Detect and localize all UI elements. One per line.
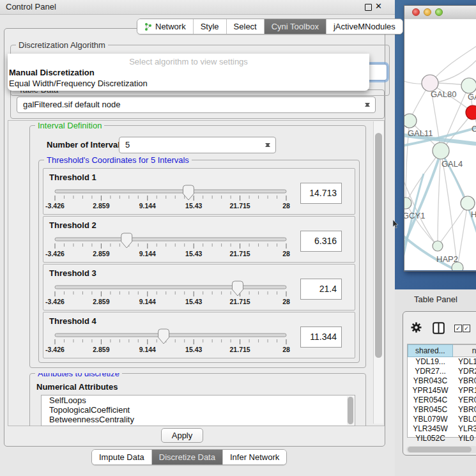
node-table[interactable]: shared...naYDL19...YDL1YDR27...YDR2YBR04… (407, 344, 476, 438)
cell-shared-name: YDR27... (408, 367, 453, 376)
numerical-attributes-list[interactable]: SelfLoopsTopologicalCoefficientBetweenne… (41, 395, 355, 426)
cell-shared-name: YBR043C (408, 376, 453, 386)
slider-thumb[interactable] (232, 281, 243, 296)
float-icon[interactable] (365, 4, 372, 11)
network-node-h-node[interactable] (461, 196, 475, 210)
checkbox-icon[interactable]: ✓ (454, 325, 462, 332)
list-scrollbar-thumb[interactable] (348, 397, 353, 424)
threshold-value-field[interactable]: 21.4 (300, 279, 342, 300)
vertical-scrollbar[interactable] (373, 121, 383, 424)
network-node-gcy1[interactable] (404, 197, 411, 209)
network-canvas[interactable]: GAL80GACGAL11GAL4GCY1HHAP2 (404, 19, 476, 270)
threshold-slider[interactable]: -3.4262.8599.14415.4321.71528 (50, 329, 295, 356)
table-row[interactable]: YDR27...YDR2 (408, 367, 476, 376)
table-row[interactable]: YBR045CYBR0 (408, 405, 476, 415)
network-edge[interactable] (457, 203, 468, 268)
number-of-intervals-combobox[interactable]: 5 (119, 137, 276, 153)
network-edge[interactable] (430, 46, 476, 83)
dropdown-item-manual-discretization[interactable]: Manual Discretization (9, 68, 95, 77)
network-node-red-node[interactable] (466, 105, 476, 119)
threshold-value-field[interactable]: 14.713 (300, 183, 342, 204)
app-root: Control Panel ✕ NetworkStyleSelectCyni T… (0, 0, 476, 476)
threshold-label: Threshold 3 (49, 268, 96, 278)
slider-track[interactable] (55, 190, 286, 193)
gear-icon[interactable] (411, 322, 422, 333)
tab-select[interactable]: Select (227, 19, 265, 34)
network-window-titlebar (404, 6, 476, 20)
tab-label: Infer Network (230, 452, 279, 462)
tab-discretize-data[interactable]: Discretize Data (152, 450, 223, 464)
column-header-name[interactable]: na (453, 344, 476, 357)
slider-track[interactable] (55, 238, 286, 241)
traffic-close-icon[interactable] (412, 8, 420, 16)
cell-shared-name: YIL052C (408, 434, 453, 443)
table-data-combobox[interactable]: galFiltered.sif default node (17, 96, 376, 113)
horizontal-scrollbar-thumb[interactable] (408, 447, 472, 452)
attribute-item-selfloops[interactable]: SelfLoops (42, 395, 355, 405)
threshold-slider[interactable]: -3.4262.8599.14415.4321.71528 (50, 281, 295, 308)
threshold-slider[interactable]: -3.4262.8599.14415.4321.71528 (50, 185, 295, 212)
svg-text:2.859: 2.859 (93, 298, 109, 305)
node-label: GCY1 (404, 211, 425, 220)
cell-shared-name: YBR045C (408, 405, 453, 415)
network-node-gal4[interactable] (433, 142, 449, 159)
tab-network[interactable]: Network (137, 19, 194, 34)
table-panel-title: Table Panel (414, 295, 457, 304)
horizontal-scrollbar[interactable] (406, 446, 476, 453)
dropdown-item-equal-width-frequency[interactable]: Equal Width/Frequency Discretization (9, 79, 148, 88)
updown-arrows-icon (364, 100, 370, 109)
vertical-scrollbar-thumb[interactable] (375, 133, 382, 358)
table-row[interactable]: YDL19...YDL1 (408, 357, 476, 367)
tab-jactivemnodules[interactable]: jActiveMNodules (326, 19, 403, 34)
network-edge[interactable] (438, 151, 441, 246)
list-scrollbar[interactable] (347, 396, 354, 425)
traffic-zoom-icon[interactable] (435, 8, 443, 16)
network-node-top-right[interactable] (461, 78, 476, 93)
attribute-item-topologicalcoefficient[interactable]: TopologicalCoefficient (42, 405, 355, 415)
apply-button[interactable]: Apply (161, 428, 203, 443)
cell-name: YIL0 (453, 434, 476, 443)
traffic-minimize-icon[interactable] (424, 8, 431, 16)
tab-label: Style (201, 22, 219, 31)
cell-name: YER0 (453, 395, 476, 405)
table-row[interactable]: YPR145WYPR1 (408, 386, 476, 395)
tab-label: Impute Data (99, 452, 144, 462)
slider-track[interactable] (55, 286, 286, 289)
table-toolbar: ✓ ✓ (403, 312, 476, 342)
network-edge[interactable] (438, 203, 468, 246)
table-row[interactable]: YIL052CYIL0 (408, 434, 476, 443)
panel-title: Control Panel (6, 2, 56, 12)
svg-text:15.43: 15.43 (185, 250, 202, 257)
svg-text:9.144: 9.144 (139, 250, 156, 257)
table-row[interactable]: YLR345WYLR3 (408, 424, 476, 434)
threshold-panel-3: Threshold 3-3.4262.8599.14415.4321.71528… (43, 264, 355, 311)
threshold-value-field[interactable]: 11.344 (300, 326, 342, 348)
node-label: H (471, 210, 476, 219)
updown-arrows-icon (265, 141, 270, 150)
column-header-shared-name[interactable]: shared... (408, 344, 453, 357)
slider-thumb[interactable] (158, 329, 169, 344)
threshold-slider[interactable]: -3.4262.8599.14415.4321.71528 (50, 233, 295, 260)
slider-ticks: -3.4262.8599.14415.4321.71528 (45, 243, 290, 257)
threshold-value-field[interactable]: 6.316 (300, 231, 342, 252)
svg-text:-3.426: -3.426 (45, 298, 65, 305)
desktop-background: GAL80GACGAL11GAL4GCY1HHAP2 (395, 0, 476, 289)
network-node-gal11[interactable] (404, 114, 417, 128)
cell-name: YBR0 (453, 376, 476, 386)
network-node-hap2[interactable] (433, 241, 443, 251)
table-row[interactable]: YBR043CYBR0 (408, 376, 476, 386)
attribute-item-betweennesscentrality[interactable]: BetweennessCentrality (42, 415, 355, 424)
table-row[interactable]: YBL079WYBL0 (408, 415, 476, 424)
tab-style[interactable]: Style (194, 19, 227, 34)
columns-icon[interactable] (433, 322, 445, 334)
slider-thumb[interactable] (121, 233, 132, 248)
slider-track[interactable] (55, 334, 286, 337)
tab-infer-network[interactable]: Infer Network (223, 450, 286, 464)
tab-cyni-toolbox[interactable]: Cyni Toolbox (265, 19, 326, 34)
checkbox-icon[interactable]: ✓ (463, 325, 470, 332)
node-label: GAL80 (431, 89, 456, 99)
cell-shared-name: YBL079W (408, 415, 453, 424)
tab-impute-data[interactable]: Impute Data (92, 450, 152, 464)
table-row[interactable]: YER054CYER0 (408, 395, 476, 405)
close-icon[interactable]: ✕ (375, 1, 382, 11)
